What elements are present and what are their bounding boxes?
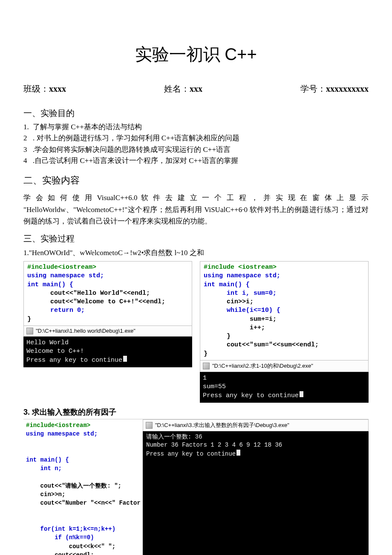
console-title-2: "D:\C++lianxi\2.求1-10的和\Debug\2.exe" bbox=[212, 362, 313, 370]
list-item-number: 1. bbox=[23, 122, 33, 133]
code-line: cout<<"Hello World"<<endl; bbox=[27, 290, 150, 297]
code-line: int main() { bbox=[27, 281, 73, 288]
app-icon bbox=[203, 363, 210, 369]
code-line: } bbox=[204, 350, 208, 357]
section-1-heading: 一、实验目的 bbox=[23, 108, 369, 119]
console-output-1: Hello World Welcome to C++! Press any ke… bbox=[23, 337, 192, 367]
code-line: return 0; bbox=[27, 307, 85, 314]
console-titlebar-2: "D:\C++lianxi\2.求1-10的和\Debug\2.exe" bbox=[200, 360, 369, 372]
list-item: 4 .自己尝试利用 C++语言来设计一个程序，加深对 C++语言的掌握 bbox=[23, 155, 369, 166]
code-line: if (n%k==0) bbox=[26, 534, 94, 541]
title-cpp: C++ bbox=[225, 45, 257, 64]
list-item-text: .自己尝试利用 C++语言来设计一个程序，加深对 C++语言的掌握 bbox=[33, 155, 238, 166]
list-item-number: 3 bbox=[23, 144, 33, 155]
screenshots-row-1: #include<iostream> using namespace std; … bbox=[23, 261, 369, 403]
code-line: i++; bbox=[204, 324, 265, 331]
section-2-body: 学 会 如 何 使 用 VisualC++6.0 软 件 去 建 立 一 个 工… bbox=[23, 192, 369, 227]
code-line: using namespace std; bbox=[26, 430, 98, 437]
section-3-sub1: 1."HenOWOrId"、wWelcometoC→!w2•求自然数 l~10 … bbox=[23, 247, 369, 259]
code-line: cin>>n; bbox=[26, 491, 65, 498]
section-2-heading: 二、实验内容 bbox=[23, 174, 369, 187]
console-title-3: "D:\C++lianxi\3.求出输入整数的所有因子\Debug\3.exe" bbox=[155, 421, 289, 429]
code-line: using namespace std; bbox=[204, 272, 280, 279]
console-titlebar-3: "D:\C++lianxi\3.求出输入整数的所有因子\Debug\3.exe" bbox=[143, 419, 369, 431]
app-icon bbox=[26, 328, 33, 334]
code-line: } bbox=[27, 316, 31, 323]
list-item-text: .学会如何将实际解决问题的思路转换成可实现运行的 C++语言 bbox=[33, 144, 231, 155]
name-label: 姓名： bbox=[164, 84, 190, 93]
code-line: int n; bbox=[26, 465, 62, 472]
code-line: #include<iostream> bbox=[27, 264, 96, 271]
code-line: cout<<"sum="<<sum<<endl; bbox=[204, 341, 319, 349]
code-line: cout<<"Number "<<n<<" Factor bbox=[26, 500, 141, 506]
code-line: int main() { bbox=[204, 281, 250, 288]
list-item: 3 .学会如何将实际解决问题的思路转换成可实现运行的 C++语言 bbox=[23, 144, 369, 155]
console-output-3: 请输入一个整数: 36 Number 36 Factors 1 2 3 4 6 … bbox=[143, 431, 369, 555]
cursor-icon bbox=[236, 450, 240, 456]
page-title: 实验一初识 C++ bbox=[23, 43, 369, 66]
code-line: #include<iostream> bbox=[26, 422, 90, 429]
code-line: int main() { bbox=[26, 456, 69, 463]
code-line: int i, sum=0; bbox=[204, 290, 277, 297]
list-item-text: 了解与掌握 C++基本的语法与结构 bbox=[33, 122, 142, 133]
code-pane-1: #include<iostream> using namespace std; … bbox=[23, 261, 192, 326]
code-line: cout<<endl; bbox=[26, 552, 94, 555]
code-line: while(i<=10) { bbox=[204, 307, 280, 314]
list-item-number: 2 bbox=[23, 133, 33, 144]
cursor-icon bbox=[300, 391, 303, 397]
sub3-heading: 3. 求出输入整数的所有因子 bbox=[23, 407, 369, 417]
code-pane-3: #include<iostream> using namespace std; … bbox=[23, 419, 143, 555]
console-output-2: 1 sum=55 Press any key to continue bbox=[200, 372, 369, 403]
app-icon bbox=[146, 422, 153, 429]
section-3-heading: 三、实验过程 bbox=[23, 233, 369, 244]
code-line: cin>>i; bbox=[204, 298, 254, 305]
code-line: cout<<k<<" "; bbox=[26, 543, 115, 550]
code-pane-2: #include <iostream> using namespace std;… bbox=[200, 261, 369, 360]
list-item-text: . 对书上的例题进行练习，学习如何利用 C++语言解决相应的问题 bbox=[33, 133, 239, 144]
code-line: #include <iostream> bbox=[204, 264, 277, 271]
id-value: xxxxxxxxxx bbox=[326, 84, 369, 93]
code-line: cout<<"Welcome to C++!"<<endl; bbox=[27, 298, 165, 305]
title-cn: 实验一初识 bbox=[135, 45, 225, 64]
screenshots-row-2: #include<iostream> using namespace std; … bbox=[23, 419, 369, 555]
cursor-icon bbox=[123, 356, 127, 362]
list-item: 2 . 对书上的例题进行练习，学习如何利用 C++语言解决相应的问题 bbox=[23, 133, 369, 144]
list-item-number: 4 bbox=[23, 155, 33, 166]
name-value: xxx bbox=[190, 84, 202, 93]
code-line: sum+=i; bbox=[204, 316, 277, 323]
console-title-1: "D:\C++lianxi\1.hello world\Debug\1.exe" bbox=[36, 328, 135, 334]
id-label: 学号： bbox=[300, 84, 326, 93]
class-value: xxxx bbox=[49, 84, 66, 93]
code-line: } bbox=[204, 333, 231, 340]
section-1-list: 1.了解与掌握 C++基本的语法与结构2 . 对书上的例题进行练习，学习如何利用… bbox=[23, 122, 369, 166]
class-label: 班级： bbox=[23, 84, 49, 93]
code-line: using namespace std; bbox=[27, 272, 104, 279]
console-titlebar-1: "D:\C++lianxi\1.hello world\Debug\1.exe" bbox=[23, 326, 192, 337]
student-info-line: 班级：xxxx 姓名：xxx 学号：xxxxxxxxxx bbox=[23, 83, 369, 95]
code-line: for(int k=1;k<=n;k++) bbox=[26, 526, 115, 532]
code-line: cout<<"请输入一个整数: "; bbox=[26, 482, 121, 489]
list-item: 1.了解与掌握 C++基本的语法与结构 bbox=[23, 122, 369, 133]
